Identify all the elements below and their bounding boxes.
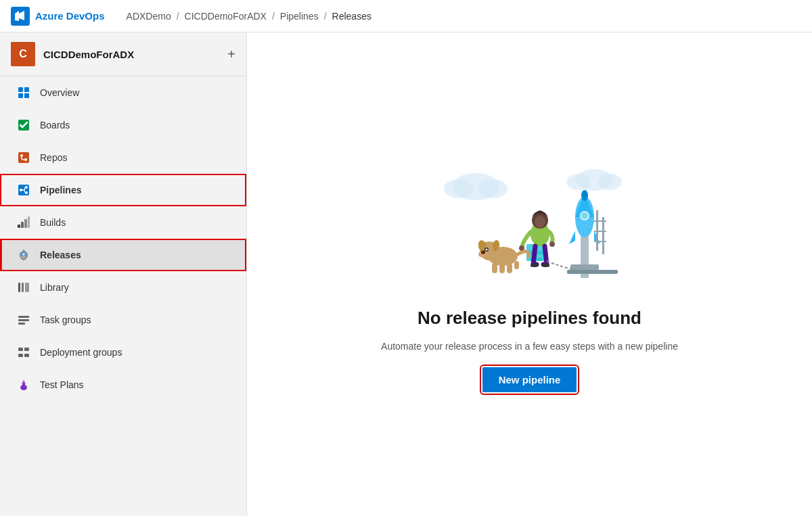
svg-point-63: [485, 249, 487, 251]
svg-rect-2: [24, 87, 29, 92]
breadcrumb-releases[interactable]: Releases: [332, 11, 371, 22]
test-plans-icon: [16, 377, 32, 393]
svg-point-66: [481, 251, 485, 254]
project-header: C CICDDemoForADX +: [0, 32, 246, 76]
sidebar-item-pipelines[interactable]: Pipelines: [0, 174, 246, 206]
svg-point-41: [581, 212, 588, 219]
library-label: Library: [40, 282, 69, 293]
deployment-groups-icon: [16, 344, 32, 360]
azure-devops-logo-icon: [11, 7, 30, 26]
svg-rect-27: [24, 354, 29, 357]
new-pipeline-button[interactable]: New pipeline: [482, 367, 577, 392]
svg-point-31: [444, 179, 474, 198]
svg-point-56: [531, 263, 539, 267]
svg-rect-29: [22, 383, 25, 386]
sidebar-item-boards[interactable]: Boards: [0, 109, 246, 141]
svg-rect-22: [18, 319, 29, 321]
svg-point-7: [20, 154, 23, 157]
svg-rect-20: [25, 283, 29, 292]
sidebar-item-test-plans[interactable]: Test Plans: [0, 369, 246, 401]
sidebar-item-builds[interactable]: Builds: [0, 206, 246, 239]
svg-rect-25: [24, 348, 29, 351]
svg-rect-46: [594, 241, 606, 242]
builds-label: Builds: [40, 217, 66, 228]
logo-text: Azure DevOps: [35, 10, 105, 22]
overview-label: Overview: [40, 87, 79, 98]
svg-rect-68: [499, 263, 505, 273]
svg-point-10: [20, 189, 22, 191]
breadcrumb-adxdemo[interactable]: ADXDemo: [127, 11, 171, 22]
breadcrumb: ADXDemo / CICDDemoForADX / Pipelines / R…: [127, 11, 371, 22]
sidebar-item-library[interactable]: Library: [0, 271, 246, 304]
svg-point-34: [566, 174, 591, 190]
empty-state-title: No release pipelines found: [418, 308, 641, 329]
empty-state: No release pipelines found Automate your…: [381, 156, 678, 392]
task-groups-icon: [16, 312, 32, 328]
breadcrumb-sep-2: /: [272, 11, 275, 22]
repos-label: Repos: [40, 152, 67, 163]
svg-rect-23: [18, 323, 25, 325]
svg-rect-44: [594, 220, 606, 222]
library-icon: [16, 279, 32, 296]
breadcrumb-sep-3: /: [324, 11, 327, 22]
svg-rect-45: [594, 231, 606, 232]
svg-rect-67: [492, 263, 497, 273]
svg-rect-4: [24, 93, 29, 98]
empty-illustration: [422, 156, 638, 291]
svg-rect-1: [18, 87, 23, 92]
sidebar-item-repos[interactable]: Repos: [0, 141, 246, 174]
svg-point-17: [23, 254, 25, 256]
svg-rect-19: [22, 283, 24, 292]
svg-rect-47: [567, 270, 618, 274]
svg-point-57: [541, 263, 549, 267]
svg-rect-69: [507, 263, 512, 273]
test-plans-label: Test Plans: [40, 379, 84, 390]
add-project-button[interactable]: +: [227, 47, 235, 61]
svg-point-55: [549, 241, 555, 247]
boards-label: Boards: [40, 120, 70, 131]
svg-point-12: [25, 191, 28, 194]
svg-rect-16: [28, 216, 30, 228]
logo-container[interactable]: Azure DevOps: [11, 7, 105, 26]
sidebar-item-releases[interactable]: Releases: [0, 239, 246, 271]
svg-rect-26: [18, 354, 23, 357]
svg-point-32: [478, 179, 508, 198]
svg-rect-14: [21, 222, 24, 228]
svg-point-11: [25, 186, 28, 189]
svg-point-35: [597, 174, 622, 190]
content-area: No release pipelines found Automate your…: [247, 32, 812, 516]
svg-rect-3: [18, 93, 23, 98]
releases-icon: [16, 247, 32, 263]
svg-rect-15: [24, 219, 27, 228]
svg-rect-18: [18, 283, 20, 292]
sidebar-item-task-groups[interactable]: Task groups: [0, 304, 246, 336]
svg-point-53: [535, 216, 545, 228]
builds-icon: [16, 214, 32, 231]
boards-icon: [16, 117, 32, 133]
svg-rect-43: [602, 217, 604, 254]
top-bar: Azure DevOps ADXDemo / CICDDemoForADX / …: [0, 0, 812, 32]
svg-rect-6: [18, 152, 29, 163]
sidebar-item-overview[interactable]: Overview: [0, 76, 246, 109]
project-name: CICDDemoForADX: [43, 49, 219, 60]
svg-rect-70: [514, 261, 519, 269]
breadcrumb-cicd[interactable]: CICDDemoForADX: [185, 11, 267, 22]
repos-icon: [16, 149, 32, 166]
svg-point-8: [24, 158, 27, 161]
svg-rect-24: [18, 348, 23, 351]
svg-rect-13: [18, 225, 20, 228]
deployment-groups-label: Deployment groups: [40, 347, 122, 358]
pipelines-label: Pipelines: [40, 185, 81, 195]
breadcrumb-pipelines[interactable]: Pipelines: [280, 11, 319, 22]
breadcrumb-sep-1: /: [177, 11, 179, 22]
empty-state-subtitle: Automate your release process in a few e…: [381, 339, 678, 354]
releases-label: Releases: [40, 250, 81, 260]
svg-point-39: [581, 190, 588, 201]
task-groups-label: Task groups: [40, 314, 91, 325]
main-layout: C CICDDemoForADX + Overview: [0, 32, 812, 516]
sidebar: C CICDDemoForADX + Overview: [0, 32, 247, 516]
pipelines-icon: [16, 182, 32, 198]
project-avatar: C: [11, 42, 35, 66]
svg-rect-21: [18, 316, 29, 318]
sidebar-item-deployment-groups[interactable]: Deployment groups: [0, 336, 246, 369]
